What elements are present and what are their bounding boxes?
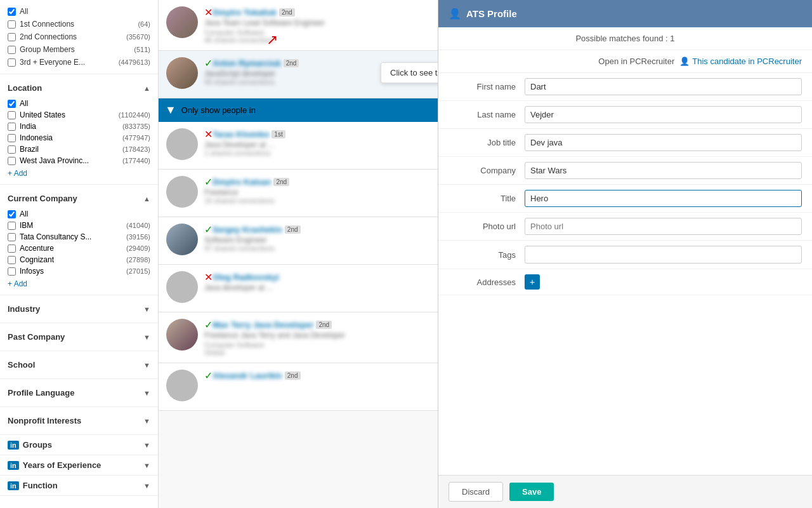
profile-language-arrow-icon: ▼	[143, 389, 150, 397]
function-label-wrapper: in Function	[8, 481, 58, 490]
nonprofit-label: Nonprofit Interests	[8, 416, 81, 425]
current-company-header[interactable]: Current Company ▲	[8, 190, 150, 207]
connection-badge: 2nd	[285, 371, 301, 380]
past-company-filter: Past Company ▼	[0, 323, 158, 351]
avatar	[166, 224, 198, 255]
connection-badge: 2nd	[316, 321, 332, 329]
current-company-label: Current Company	[8, 194, 77, 203]
addresses-row: Addresses +	[438, 269, 812, 295]
connection-badge: 2nd	[285, 225, 301, 234]
current-company-add-link[interactable]: + Add	[8, 279, 27, 288]
function-filter[interactable]: in Function ▼	[0, 476, 158, 496]
industry-header[interactable]: Industry ▼	[8, 300, 150, 318]
tags-input[interactable]	[525, 246, 802, 264]
add-address-button[interactable]: +	[525, 274, 540, 290]
main-content: ↗ Click to see the profile from PCRecrui…	[159, 0, 812, 508]
status-icon: ✓	[204, 176, 213, 188]
function-label: Function	[23, 481, 58, 490]
profile-language-label: Profile Language	[8, 388, 74, 398]
profile-language-header[interactable]: Profile Language ▼	[8, 384, 150, 401]
connection-all[interactable]: All	[8, 5, 150, 18]
save-button[interactable]: Save	[509, 483, 554, 501]
addresses-label: Addresses	[449, 277, 525, 287]
avatar	[166, 128, 198, 160]
title-input[interactable]	[525, 190, 802, 207]
status-icon: ✕	[204, 271, 213, 283]
person-name[interactable]: Max Terry Java Developer	[213, 320, 313, 330]
groups-filter[interactable]: in Groups ▼	[0, 435, 158, 455]
lastname-row: Last name	[438, 101, 812, 129]
ats-open-label: Open in PCRecruiter	[598, 57, 674, 66]
user-small-icon: 👤	[679, 57, 690, 66]
firstname-input[interactable]	[525, 78, 802, 95]
status-icon: ✓	[204, 57, 213, 69]
connection-1st[interactable]: 1st Connections (64)	[8, 18, 150, 30]
school-filter: School ▼	[0, 351, 158, 379]
connection-group[interactable]: Group Members (511)	[8, 43, 150, 56]
nonprofit-filter: Nonprofit Interests ▼	[0, 407, 158, 435]
nonprofit-header[interactable]: Nonprofit Interests ▼	[8, 412, 150, 429]
years-experience-label: Years of Experience	[23, 460, 102, 470]
ats-matches: Possible matches found : 1	[438, 27, 812, 50]
years-experience-label-wrapper: in Years of Experience	[8, 460, 101, 470]
location-filter: Location ▲ All United States (1102440) I…	[0, 74, 158, 185]
tags-row: Tags	[438, 241, 812, 269]
firstname-label: First name	[449, 82, 525, 91]
avatar	[166, 6, 198, 38]
lastname-label: Last name	[449, 110, 525, 119]
photourl-input[interactable]	[525, 218, 802, 235]
connection-badge: 2nd	[284, 59, 299, 67]
jobtitle-row: Job title	[438, 129, 812, 157]
location-filter-header[interactable]: Location ▲	[8, 79, 150, 97]
location-add-link[interactable]: + Add	[8, 169, 27, 178]
photourl-label: Photo url	[449, 222, 525, 231]
avatar	[166, 271, 198, 303]
school-header[interactable]: School ▼	[8, 356, 150, 373]
past-company-label: Past Company	[8, 332, 65, 342]
location-arrow-icon: ▲	[143, 84, 150, 92]
ats-matches-text: Possible matches found : 1	[575, 34, 674, 43]
school-label: School	[8, 360, 35, 370]
past-company-header[interactable]: Past Company ▼	[8, 328, 150, 345]
connection-badge: 2nd	[273, 178, 289, 186]
person-name[interactable]: Dmytro Katsan	[213, 177, 271, 187]
connections-section: All 1st Connections (64) 2nd Connections…	[0, 0, 158, 74]
nonprofit-arrow-icon: ▼	[143, 417, 150, 425]
jobtitle-label: Job title	[449, 138, 525, 147]
jobtitle-input[interactable]	[525, 134, 802, 151]
person-name[interactable]: Dmytro Tokaliuk	[213, 8, 277, 17]
person-name[interactable]: Sergey Krashekin	[213, 225, 282, 234]
function-arrow-icon: ▼	[143, 482, 150, 490]
groups-linkedin-badge: in	[8, 441, 19, 450]
discard-button[interactable]: Discard	[449, 482, 503, 502]
person-name[interactable]: Oleg Radkovskyi	[213, 272, 279, 282]
connection-badge: 1st	[272, 130, 285, 138]
years-experience-linkedin-badge: in	[8, 461, 19, 470]
past-company-arrow-icon: ▼	[143, 333, 150, 341]
title-row: Title	[438, 185, 812, 213]
ats-footer: Discard Save	[438, 475, 812, 508]
connection-badge: 2nd	[279, 8, 295, 17]
connection-3rd[interactable]: 3rd + Everyone E... (4479613)	[8, 56, 150, 69]
lastname-input[interactable]	[525, 106, 802, 123]
current-company-filter: Current Company ▲ All IBM (41040) Tata C…	[0, 185, 158, 295]
school-arrow-icon: ▼	[143, 361, 150, 369]
company-input[interactable]	[525, 162, 802, 179]
company-row: Company	[438, 157, 812, 185]
tooltip-arrow-icon: ↗	[266, 32, 278, 48]
avatar	[166, 319, 198, 351]
person-name[interactable]: Taras Khomko	[213, 130, 269, 139]
profile-language-filter: Profile Language ▼	[0, 379, 158, 407]
person-name[interactable]: Alexandr Laurikin	[213, 371, 282, 380]
years-experience-arrow-icon: ▼	[143, 462, 150, 469]
industry-label: Industry	[8, 304, 40, 314]
tooltip-area: ↗ Click to see the profile from PCRecrui…	[266, 32, 280, 48]
years-experience-filter[interactable]: in Years of Experience ▼	[0, 455, 158, 476]
industry-arrow-icon: ▼	[143, 305, 150, 313]
avatar	[166, 57, 198, 89]
ats-modal: 👤 ATS Profile Possible matches found : 1…	[438, 0, 812, 508]
avatar	[166, 370, 198, 401]
connection-2nd[interactable]: 2nd Connections (35670)	[8, 30, 150, 43]
person-name[interactable]: Anton Rymarciuk	[213, 58, 281, 68]
ats-open-link[interactable]: 👤 This candidate in PCRecruiter	[679, 57, 802, 66]
